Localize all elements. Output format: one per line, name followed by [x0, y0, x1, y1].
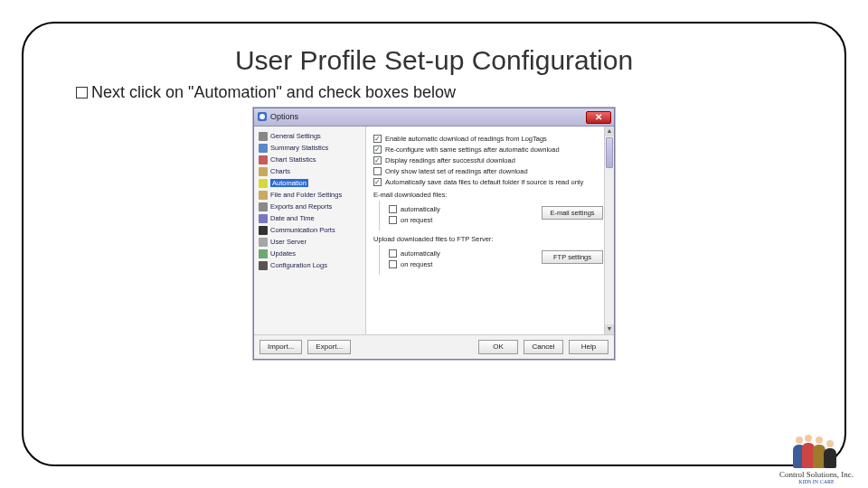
ftp-settings-button[interactable]: FTP settings [542, 250, 603, 264]
user-icon [259, 238, 268, 247]
close-button[interactable]: ✕ [586, 111, 611, 124]
arrow-up-icon [259, 249, 268, 258]
checkbox-icon [389, 216, 397, 224]
checkbox-auto-save-default[interactable]: Automatically save data files to default… [373, 178, 607, 186]
checkbox-icon [389, 205, 397, 213]
options-sidebar: General Settings Summary Statistics Char… [254, 127, 366, 334]
sidebar-item-exports-reports[interactable]: Exports and Reports [256, 201, 363, 212]
checkbox-icon [373, 167, 382, 175]
sidebar-item-label: File and Folder Settings [270, 191, 342, 199]
gear-icon [259, 132, 268, 141]
checkbox-label: Enable automatic download of readings fr… [385, 135, 547, 143]
checkbox-label: automatically [401, 249, 440, 258]
scroll-down-icon: ▼ [605, 324, 614, 334]
logo-tagline: KIDS IN CARE [776, 479, 857, 484]
charts-icon [259, 167, 268, 176]
log-icon [259, 261, 268, 270]
import-button[interactable]: Import... [259, 340, 302, 354]
checkbox-icon [373, 156, 382, 164]
sidebar-item-label: User Server [270, 238, 307, 246]
slide-frame: User Profile Set-up Configuration Next c… [22, 22, 846, 466]
sidebar-item-file-folder[interactable]: File and Folder Settings [256, 189, 363, 201]
logo-illustration [793, 432, 840, 468]
sidebar-item-summary-statistics[interactable]: Summary Statistics [256, 142, 363, 154]
email-group: automatically on request E-mail settings [379, 201, 607, 230]
sidebar-item-config-logs[interactable]: Configuration Logs [256, 259, 363, 271]
company-logo: Control Solutions, Inc. KIDS IN CARE [776, 432, 857, 484]
checkbox-label: Re-configure with same settings after au… [385, 145, 560, 154]
email-group-heading: E-mail downloaded files: [373, 191, 607, 199]
vertical-scrollbar[interactable]: ▲ ▼ [604, 127, 614, 334]
checkbox-icon [373, 135, 382, 143]
scrollbar-track[interactable] [605, 169, 614, 324]
sidebar-item-updates[interactable]: Updates [256, 248, 363, 259]
sidebar-item-user-server[interactable]: User Server [256, 236, 363, 248]
sidebar-item-date-time[interactable]: Date and Time [256, 212, 363, 224]
sidebar-item-label: Chart Statistics [270, 155, 316, 164]
checkbox-icon [373, 145, 382, 154]
checkbox-only-latest[interactable]: Only show latest set of readings after d… [373, 167, 607, 175]
sidebar-item-automation[interactable]: Automation [256, 177, 363, 189]
email-settings-button[interactable]: E-mail settings [542, 206, 603, 220]
checkbox-icon [389, 249, 397, 258]
checkbox-icon [389, 260, 397, 268]
ok-button[interactable]: OK [478, 340, 518, 354]
sidebar-item-label: Exports and Reports [270, 202, 332, 211]
cancel-button[interactable]: Cancel [524, 340, 563, 354]
slide-instruction: Next click on "Automation" and check box… [76, 83, 808, 102]
checkbox-label: on request [401, 216, 432, 224]
app-icon [258, 112, 267, 121]
automation-icon [259, 179, 268, 188]
folder-icon [259, 191, 268, 200]
sidebar-item-label: Summary Statistics [270, 144, 328, 152]
export-icon [259, 202, 268, 211]
checkbox-ftp-automatically[interactable]: automatically [389, 249, 533, 258]
titlebar-left: Options [258, 112, 298, 122]
checkbox-label: Display readings after successful downlo… [385, 156, 515, 164]
sidebar-item-label: Charts [270, 167, 290, 175]
sidebar-item-charts[interactable]: Charts [256, 165, 363, 177]
checkbox-label: on request [401, 260, 432, 268]
checkbox-enable-auto-download[interactable]: Enable automatic download of readings fr… [373, 135, 607, 143]
sidebar-item-label: General Settings [270, 132, 321, 140]
checkbox-reconfigure-same[interactable]: Re-configure with same settings after au… [373, 145, 607, 154]
slide-title: User Profile Set-up Configuration [60, 45, 808, 76]
options-content: Enable automatic download of readings fr… [366, 127, 614, 334]
sidebar-item-chart-statistics[interactable]: Chart Statistics [256, 154, 363, 165]
close-icon: ✕ [595, 112, 602, 123]
checkbox-email-automatically[interactable]: automatically [389, 205, 533, 213]
ftp-group: automatically on request FTP settings [379, 245, 607, 275]
export-button[interactable]: Export... [307, 340, 351, 354]
sidebar-item-label: Updates [270, 249, 296, 258]
checkbox-label: Automatically save data files to default… [385, 178, 583, 186]
sidebar-item-general-settings[interactable]: General Settings [256, 130, 363, 142]
help-button[interactable]: Help [569, 340, 609, 354]
options-window: Options ✕ General Settings Summary Stati… [253, 108, 615, 360]
window-body: General Settings Summary Statistics Char… [254, 127, 614, 334]
sidebar-item-comm-ports[interactable]: Communication Ports [256, 224, 363, 236]
window-titlebar: Options ✕ [254, 108, 614, 127]
sidebar-item-label: Communication Ports [270, 226, 335, 234]
scrollbar-thumb[interactable] [606, 137, 613, 168]
checkbox-label: Only show latest set of readings after d… [385, 167, 528, 175]
port-icon [259, 226, 268, 235]
clock-icon [259, 214, 268, 223]
ftp-group-heading: Upload downloaded files to FTP Server: [373, 235, 607, 243]
checkbox-icon [373, 178, 382, 186]
scroll-up-icon: ▲ [605, 127, 614, 136]
checkbox-label: automatically [401, 205, 440, 213]
logo-company-name: Control Solutions, Inc. [776, 470, 857, 479]
bullet-icon [76, 87, 88, 99]
checkbox-display-after[interactable]: Display readings after successful downlo… [373, 156, 607, 164]
chart-stats-icon [259, 155, 268, 164]
screenshot-container: Options ✕ General Settings Summary Stati… [60, 108, 808, 360]
instruction-text: Next click on "Automation" and check box… [91, 83, 456, 101]
summary-icon [259, 144, 268, 153]
sidebar-item-label: Automation [270, 179, 308, 187]
checkbox-email-on-request[interactable]: on request [389, 216, 533, 224]
sidebar-item-label: Configuration Logs [270, 261, 327, 269]
window-title: Options [270, 112, 298, 122]
checkbox-ftp-on-request[interactable]: on request [389, 260, 533, 268]
window-footer: Import... Export... OK Cancel Help [254, 334, 614, 359]
sidebar-item-label: Date and Time [270, 214, 315, 222]
